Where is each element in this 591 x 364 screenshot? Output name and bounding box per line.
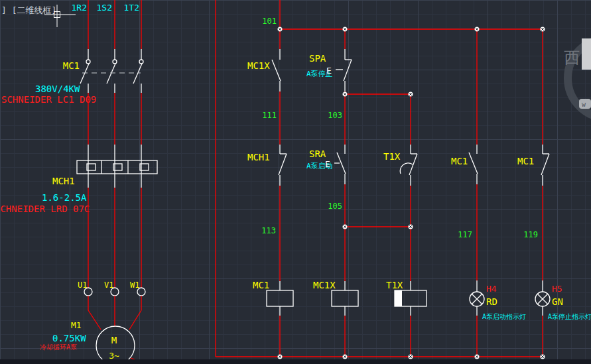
contact-mc1-nc-tag[interactable]: MC1: [517, 156, 534, 166]
branch-lamp-h5[interactable]: [535, 29, 550, 357]
wire-number-119[interactable]: 119: [523, 230, 538, 239]
terminal-u1[interactable]: U1: [78, 280, 87, 290]
phase-label-1s2[interactable]: 1S2: [97, 3, 112, 13]
pushbutton-spa-tag[interactable]: SPA: [309, 53, 326, 64]
overload-mch1-tag[interactable]: MCH1: [52, 176, 75, 186]
watermark-rect: [582, 38, 591, 70]
terminal-v1[interactable]: V1: [104, 280, 113, 290]
coil-t1x-filled-segment: [395, 290, 402, 306]
motor-tag[interactable]: M1: [71, 320, 82, 330]
phase-wires-bottom[interactable]: [88, 188, 141, 288]
watermark-char: 西: [564, 48, 580, 67]
control-circuit[interactable]: MC1X MCH1 MC1 101 111 113 SPA A泵停止 E: [216, 0, 591, 359]
contact-mc1x-tag[interactable]: MC1X: [247, 60, 270, 71]
schematic-svg[interactable]: 1R2 1S2 1T2 MC1 380V/4KW SCHNEIDER LC1 D…: [0, 0, 591, 364]
pushbutton-spa-actuator[interactable]: E: [326, 66, 332, 76]
contact-mch1-tag[interactable]: MCH1: [247, 152, 270, 162]
contactor-mc1-symbol[interactable]: [80, 49, 143, 93]
pushbutton-sra-actuator[interactable]: E: [325, 159, 330, 169]
cad-drawing-canvas[interactable]: 1R2 1S2 1T2 MC1 380V/4KW SCHNEIDER LC1 D…: [0, 0, 591, 364]
pushbutton-sra-tag[interactable]: SRA: [309, 149, 326, 159]
motor-power[interactable]: 0.75KW: [52, 333, 86, 343]
coil-mc1x-tag[interactable]: MC1X: [313, 280, 336, 290]
lamp-h5-color[interactable]: GN: [552, 296, 563, 307]
contactor-rating[interactable]: 380V/4KW: [35, 84, 80, 94]
overload-range[interactable]: 1.6-2.5A: [42, 192, 87, 203]
wire-number-105[interactable]: 105: [328, 202, 342, 211]
wire-number-101[interactable]: 101: [262, 17, 277, 26]
motor-description[interactable]: 冷却循环A泵: [40, 343, 77, 351]
branch-mc1x-coil[interactable]: [332, 29, 358, 357]
contactor-model[interactable]: SCHNEIDER LC1 D09: [1, 94, 96, 105]
coil-t1x-tag[interactable]: T1X: [386, 280, 403, 290]
lamp-h5-caption[interactable]: A泵停止指示灯: [548, 313, 591, 320]
phase-label-1t2[interactable]: 1T2: [124, 3, 139, 13]
wire-number-113[interactable]: 113: [261, 226, 276, 235]
branch-lamp-h4[interactable]: [469, 29, 484, 357]
branch-mc1-coil[interactable]: [267, 29, 293, 357]
contact-mc1-no-tag[interactable]: MC1: [451, 156, 468, 166]
contact-t1x-tag[interactable]: T1X: [383, 151, 401, 162]
motor-letter[interactable]: M: [111, 335, 117, 345]
lamp-h4-tag[interactable]: H4: [486, 284, 497, 294]
contactor-mc1-tag[interactable]: MC1: [63, 60, 80, 71]
terminal-w1[interactable]: W1: [130, 280, 139, 290]
watermark: 西 w: [564, 38, 591, 118]
motor-phase-mark[interactable]: 3~: [109, 351, 119, 361]
overload-mch1-symbol[interactable]: [77, 160, 157, 174]
lamp-h5-tag[interactable]: H5: [552, 284, 562, 294]
coil-mc1x-symbol: [332, 290, 358, 306]
wire-number-111[interactable]: 111: [262, 111, 277, 120]
wire-number-117[interactable]: 117: [458, 230, 472, 239]
bottom-edge-strip: [0, 359, 591, 364]
lamp-h4-color[interactable]: RD: [486, 296, 497, 307]
overload-model[interactable]: SCHNEIDER LRD 07C: [0, 204, 90, 214]
power-circuit[interactable]: 1R2 1S2 1T2 MC1 380V/4KW SCHNEIDER LC1 D…: [0, 0, 157, 364]
watermark-badge-letter: w: [582, 101, 586, 108]
lamp-h4-caption[interactable]: A泵启动指示灯: [482, 313, 526, 320]
wire-number-103[interactable]: 103: [328, 111, 342, 120]
viewport-control-label[interactable]: ] [二维线框]: [1, 5, 56, 15]
coil-mc1-tag[interactable]: MC1: [253, 280, 269, 290]
coil-mc1-symbol: [267, 290, 293, 306]
phase-label-1r2[interactable]: 1R2: [72, 3, 87, 13]
